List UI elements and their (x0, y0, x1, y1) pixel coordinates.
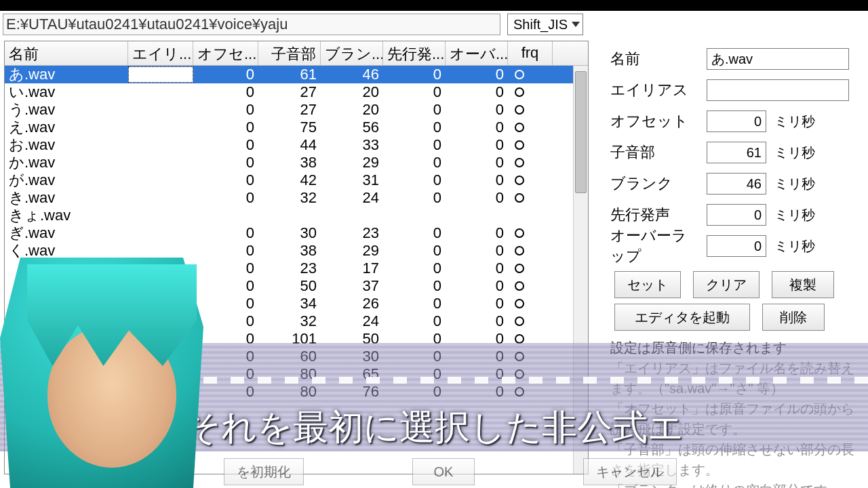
table-row[interactable]: き.wav0322400 (5, 189, 588, 207)
cell: 0 (193, 277, 258, 295)
lbl-offset: オフセット (610, 111, 698, 131)
col-alias[interactable]: エイリ... (128, 41, 193, 65)
col-blank[interactable]: ブラン... (321, 41, 383, 65)
cell (508, 312, 553, 330)
table-row[interactable]: 0603000 (5, 348, 588, 365)
voice-path: E:¥UTAU¥utau0241¥utau0241¥voice¥yaju (3, 14, 500, 35)
frq-circle-icon (515, 176, 524, 185)
cell: 0 (446, 383, 508, 401)
lbl-cons: 子音部 (610, 142, 698, 163)
cell: 0 (193, 330, 258, 348)
cell: 0 (383, 383, 446, 401)
table-row[interactable]: ぎ.wav0302300 (5, 224, 588, 242)
col-frq[interactable]: frq (508, 41, 553, 65)
frq-circle-icon (515, 70, 524, 79)
frq-circle-icon (515, 193, 524, 203)
scrollbar-thumb[interactable] (575, 71, 587, 193)
cell: 32 (258, 189, 321, 207)
cell: 20 (321, 101, 383, 119)
col-cons[interactable]: 子音部 (258, 41, 321, 65)
table-row[interactable]: え.wav0755600 (5, 119, 588, 136)
cell (508, 119, 553, 136)
cell (508, 330, 553, 348)
input-alias[interactable] (707, 79, 849, 101)
cell: 20 (321, 83, 383, 101)
clear-button[interactable]: クリア (693, 271, 760, 298)
table-row[interactable]: お.wav0443300 (5, 136, 588, 154)
table-row[interactable]: 0231700 (5, 260, 588, 277)
encoding-select[interactable]: Shift_JIS (507, 14, 583, 35)
input-name[interactable] (707, 48, 849, 70)
table-row[interactable]: が.wav0423100 (5, 171, 588, 189)
cell: 24 (321, 189, 383, 207)
frq-circle-icon (515, 246, 524, 256)
launch-editor-button[interactable]: エディタを起動 (614, 304, 750, 331)
cell: 0 (383, 260, 446, 277)
cell: 0 (193, 101, 258, 119)
cell: 27 (258, 83, 321, 101)
set-button[interactable]: セット (614, 271, 681, 298)
table-row[interactable]: 0342600 (5, 295, 588, 312)
input-over[interactable] (707, 235, 766, 257)
col-pre[interactable]: 先行発... (383, 41, 446, 65)
table-row[interactable]: 0807600 (5, 383, 588, 401)
cell: 0 (446, 295, 508, 312)
input-pre[interactable] (707, 204, 766, 226)
encoding-value: Shift_JIS (513, 17, 568, 33)
table-row[interactable]: 01015000 (5, 330, 588, 348)
input-blank[interactable] (707, 173, 766, 195)
frq-circle-icon (515, 123, 524, 132)
lbl-alias: エイリアス (610, 80, 698, 100)
table-row[interactable]: う.wav0272000 (5, 101, 588, 119)
table-row[interactable]: か.wav0382900 (5, 154, 588, 171)
cell: 30 (258, 224, 321, 242)
cell: 29 (321, 154, 383, 171)
cell: 0 (446, 119, 508, 136)
cell (508, 242, 553, 260)
table-row[interactable]: く.wav0382900 (5, 242, 588, 260)
lbl-blank: ブランク (610, 174, 698, 194)
cell: 0 (446, 154, 508, 171)
table-row[interactable]: 0322400 (5, 312, 588, 330)
oto-table[interactable]: 名前 エイリ... オフセ... 子音部 ブラン... 先行発... オーバ..… (4, 41, 589, 474)
frq-circle-icon (515, 158, 524, 167)
cell: 0 (383, 136, 446, 154)
cell: 0 (193, 295, 258, 312)
init-button[interactable]: を初期化 (224, 458, 304, 485)
input-cons[interactable] (707, 142, 766, 163)
cell: 0 (383, 224, 446, 242)
cell (128, 66, 193, 83)
cell: 61 (258, 66, 321, 83)
table-row[interactable]: 0806500 (5, 365, 588, 383)
frq-circle-icon (515, 299, 524, 308)
frq-circle-icon (515, 369, 524, 379)
col-name[interactable]: 名前 (5, 41, 128, 65)
table-row[interactable]: い.wav0272000 (5, 83, 588, 101)
col-offset[interactable]: オフセ... (193, 41, 258, 65)
delete-button[interactable]: 削除 (762, 304, 825, 331)
frq-circle-icon (515, 352, 524, 361)
cell: 0 (193, 66, 258, 83)
cell: 38 (258, 242, 321, 260)
cell (508, 83, 553, 101)
table-scrollbar[interactable] (573, 66, 588, 474)
cell: 0 (446, 189, 508, 207)
lbl-name: 名前 (610, 49, 698, 69)
col-over[interactable]: オーバ... (446, 41, 508, 65)
cell: 24 (321, 312, 383, 330)
cell: 101 (258, 330, 321, 348)
cancel-button[interactable]: キャンセル (583, 458, 677, 485)
table-row[interactable]: 0503700 (5, 277, 588, 295)
table-row[interactable]: きょ.wav (5, 207, 588, 224)
cell: 56 (321, 119, 383, 136)
cell (508, 224, 553, 242)
cell: く.wav (5, 241, 128, 261)
cell: 0 (446, 277, 508, 295)
ok-button[interactable]: OK (412, 458, 475, 485)
cell: 0 (446, 136, 508, 154)
table-row[interactable]: あ.wav0614600 (5, 66, 588, 83)
dup-button[interactable]: 複製 (772, 271, 834, 298)
cell: 0 (446, 171, 508, 189)
input-offset[interactable] (707, 110, 766, 132)
cell: 0 (446, 312, 508, 330)
